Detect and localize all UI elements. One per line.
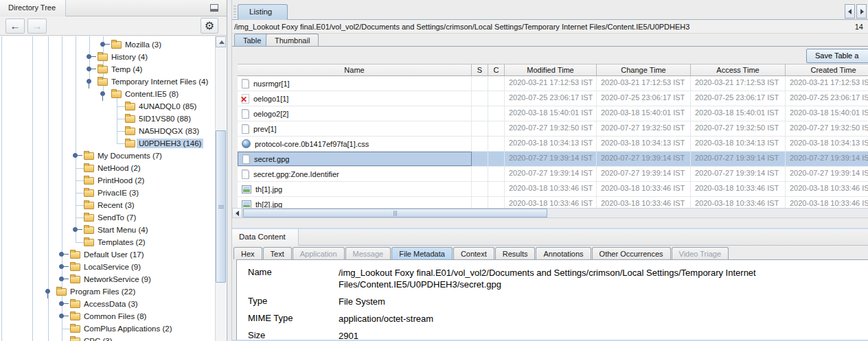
gear-button[interactable]: ⚙ <box>201 18 218 34</box>
table-row[interactable]: prev[1]2020-07-27 19:32:50 IST2020-07-27… <box>238 121 868 137</box>
back-arrow-icon: ← <box>10 20 21 32</box>
tree-item[interactable]: Mozilla (3) <box>0 38 227 51</box>
expand-handle-icon[interactable] <box>59 252 64 257</box>
expand-handle-icon[interactable] <box>59 277 64 281</box>
timestamp-cell: 2020-03-18 10:33:46 IST <box>786 182 868 196</box>
timestamp-cell: 2020-07-27 19:32:50 IST <box>597 121 691 136</box>
expand-handle-icon[interactable] <box>73 227 78 232</box>
directory-tree-toolbar: ← → ⚙ <box>0 16 227 36</box>
file-name: secret.gpg <box>254 155 289 163</box>
tree-item[interactable]: ComPlus Applications (2) <box>0 322 227 335</box>
tab-other-occurrences[interactable]: Other Occurrences <box>592 247 671 259</box>
tree-item-label: NA5HDQGX (83) <box>137 126 201 136</box>
collapse-handle-icon[interactable] <box>87 79 91 84</box>
table-horizontal-scrollbar[interactable] <box>232 208 868 218</box>
tree-item[interactable]: PrivacIE (3) <box>0 187 227 199</box>
tab-context[interactable]: Context <box>453 247 494 259</box>
tree-item[interactable]: Templates (2) <box>0 236 227 248</box>
folder-icon <box>98 66 108 73</box>
collapse-handle-icon[interactable] <box>45 289 50 294</box>
tree-item[interactable]: CPC (3) <box>0 335 227 341</box>
tree-item[interactable]: PrintHood (2) <box>0 174 227 187</box>
tab-listing[interactable]: Listing <box>238 4 288 20</box>
table-row[interactable]: th[1].jpg2020-03-18 10:33:46 IST2020-03-… <box>238 182 868 197</box>
expand-handle-icon[interactable] <box>59 301 64 306</box>
tab-scroll-left-button[interactable] <box>845 4 855 19</box>
tree-item[interactable]: SendTo (7) <box>0 211 227 224</box>
tree-scrollbar-thumb[interactable] <box>216 130 226 283</box>
table-row[interactable]: nusrmgr[1]2020-03-21 17:12:53 IST2020-03… <box>238 76 868 91</box>
directory-tree-title[interactable]: Directory Tree <box>0 0 66 16</box>
tree-item[interactable]: Recent (3) <box>0 199 227 211</box>
tree-item[interactable]: History (4) <box>0 51 227 63</box>
tab-thumbnail[interactable]: Thumbnail <box>266 34 319 47</box>
tree-item[interactable]: Temporary Internet Files (4) <box>0 75 227 88</box>
tab-table[interactable]: Table <box>234 34 270 47</box>
expand-handle-icon[interactable] <box>59 314 64 318</box>
tab-hex[interactable]: Hex <box>233 247 262 259</box>
expand-handle-icon[interactable] <box>59 264 64 269</box>
table-row[interactable]: secret.gpg:Zone.Identifier2020-07-27 19:… <box>238 167 868 182</box>
expand-handle-icon[interactable] <box>73 153 78 158</box>
scroll-left-icon[interactable] <box>233 209 242 217</box>
folder-icon <box>98 54 108 61</box>
back-button[interactable]: ← <box>5 19 25 34</box>
column-header[interactable]: Access Time <box>691 64 786 75</box>
column-header[interactable]: Modified Time <box>505 64 597 75</box>
tree-item[interactable]: Start Menu (4) <box>0 224 227 236</box>
table-row[interactable]: oelogo2[2]2020-03-18 15:40:01 IST2020-03… <box>238 106 868 121</box>
column-header[interactable]: Change Time <box>597 64 691 75</box>
tree-item[interactable]: NetworkService (9) <box>0 273 227 285</box>
tree-item-label: Mozilla (3) <box>123 40 163 49</box>
tab-scroll-right-button[interactable] <box>856 4 867 19</box>
tab-results[interactable]: Results <box>495 247 536 259</box>
expand-handle-icon[interactable] <box>87 67 91 71</box>
table-row[interactable]: oelogo1[1]2020-07-25 23:06:17 IST2020-07… <box>238 91 868 106</box>
expand-handle-icon[interactable] <box>87 54 91 59</box>
tree-item[interactable]: AccessData (3) <box>0 298 227 310</box>
file-icon <box>242 169 249 179</box>
folder-icon <box>125 115 135 123</box>
tree-vertical-scrollbar[interactable] <box>215 36 226 341</box>
column-header[interactable]: C <box>488 64 505 75</box>
timestamp-cell: 2020-07-25 23:06:17 IST <box>597 91 691 106</box>
timestamp-cell: 2020-07-27 19:39:14 IST <box>505 167 597 181</box>
tree-item[interactable]: Temp (4) <box>0 63 227 75</box>
timestamp-cell: 2020-07-27 19:39:14 IST <box>597 167 691 181</box>
tree-item[interactable]: Program Files (22) <box>0 285 227 298</box>
tree-item[interactable]: NetHood (2) <box>0 162 227 174</box>
scroll-up-icon[interactable] <box>216 36 226 47</box>
table-row[interactable]: secret.gpg2020-07-27 19:39:14 IST2020-07… <box>238 152 868 167</box>
tree-item[interactable]: NA5HDQGX (83) <box>0 125 227 137</box>
tree-item[interactable]: 4UNADQL0 (85) <box>0 100 227 113</box>
tree-connector <box>62 329 70 329</box>
folder-icon <box>84 177 94 185</box>
data-content-title[interactable]: Data Content <box>232 229 299 246</box>
tab-text[interactable]: Text <box>263 247 292 259</box>
minimize-icon[interactable] <box>210 4 218 12</box>
column-header[interactable]: Name <box>238 64 472 75</box>
tree-item[interactable]: Default User (17) <box>0 248 227 261</box>
tree-item[interactable]: My Documents (7) <box>0 150 227 162</box>
tree-item[interactable]: U0PDHEH3 (146) <box>0 137 227 150</box>
folder-icon <box>70 338 80 341</box>
timestamp-cell: 2020-03-21 17:12:53 IST <box>691 76 786 91</box>
tab-file-metadata[interactable]: File Metadata <box>391 247 453 259</box>
flag-cell <box>488 137 505 151</box>
right-side: Listing /img_Lookout Foxy final.E01/vol_… <box>231 0 868 341</box>
expand-handle-icon[interactable] <box>100 42 105 47</box>
tree-item[interactable]: Content.IE5 (8) <box>0 88 227 100</box>
tree-item[interactable]: Common Files (8) <box>0 310 227 322</box>
tree-item[interactable]: LocalService (9) <box>0 261 227 273</box>
tree-item-label: U0PDHEH3 (146) <box>137 139 203 148</box>
collapse-handle-icon[interactable] <box>100 91 105 96</box>
tree-item-label: SendTo (7) <box>95 213 138 222</box>
tab-annotations[interactable]: Annotations <box>536 247 591 259</box>
column-header[interactable]: Created Time <box>786 64 868 75</box>
table-row[interactable]: protocol-core.0b1417ef97fa[1].css2020-03… <box>238 137 868 152</box>
save-table-button[interactable]: Save Table a <box>806 49 868 63</box>
table-scrollbar-thumb[interactable] <box>243 209 547 217</box>
forward-button[interactable]: → <box>27 19 47 34</box>
tree-item[interactable]: 5ID1VS80 (88) <box>0 113 227 125</box>
column-header[interactable]: S <box>472 64 488 75</box>
